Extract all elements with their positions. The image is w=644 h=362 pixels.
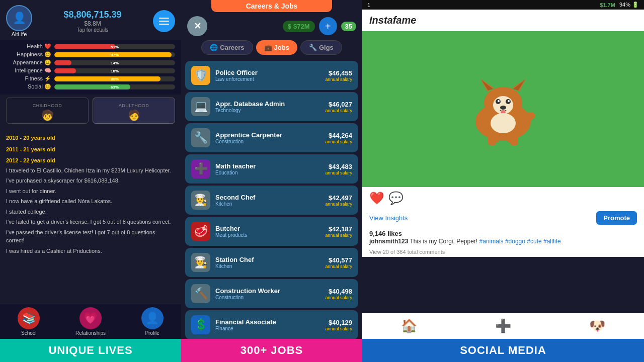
menu-line2: [159, 21, 169, 22]
stat-bar-happiness: 97%: [54, 52, 175, 57]
stat-pct-social: 63%: [111, 84, 119, 89]
butcher-amount: $42,187: [325, 225, 352, 233]
event-license-pass: I've passed the driver's license test! I…: [6, 228, 175, 245]
careers-title: Careers & Jobs: [246, 2, 298, 10]
math-category: Education: [215, 170, 320, 175]
stat-bar-appearance: 14%: [54, 60, 175, 65]
butcher-category: Meat products: [215, 232, 320, 238]
heart-button[interactable]: ❤️: [369, 191, 384, 205]
tab-jobs[interactable]: 💼 Jobs: [256, 40, 297, 55]
profile-avatar-icon[interactable]: 🐶: [589, 318, 605, 334]
view-insights-link[interactable]: View Insights: [369, 214, 408, 222]
stat-label-fitness: Fitness ⚡: [6, 75, 51, 82]
panel3-footer: SOCIAL MEDIA: [362, 339, 644, 362]
stage-childhood[interactable]: CHILDHOOD 🧒: [6, 98, 89, 124]
likes-count: 9,146 likes: [369, 230, 637, 237]
stat-bar-fitness: 88%: [54, 76, 175, 81]
stat-fill-intelligence: [54, 68, 76, 73]
stat-label-social: Social 😊: [6, 83, 51, 90]
police-name: Police Officer: [215, 69, 320, 76]
stat-label-appearance: Appearance 😐: [6, 59, 51, 66]
tab-gigs[interactable]: 🔧 Gigs: [300, 40, 342, 55]
event-cashier: I was hired as a Cashier at Priductions.: [6, 247, 175, 255]
station-chef-amount: $40,577: [325, 256, 352, 264]
svg-marker-6: [513, 80, 525, 90]
menu-button[interactable]: [153, 10, 175, 32]
job-station-chef[interactable]: 👨‍🍳 Station Chef Kitchen $40,577 annual …: [185, 248, 358, 277]
chef-icon: 👨‍🍳: [191, 191, 210, 210]
money-sub: $8.8M: [32, 20, 153, 27]
panel3-footer-text: SOCIAL MEDIA: [460, 344, 546, 356]
careers-top-bar: Careers & Jobs: [211, 0, 332, 12]
post-actions-left: ❤️ 💬: [369, 191, 404, 205]
tab-careers[interactable]: 🌐 Careers: [201, 40, 253, 55]
money-amount: $72M: [293, 23, 310, 30]
job-financial-associate[interactable]: 💲 Financial Associate Finance $40,129 an…: [185, 310, 358, 339]
job-math-teacher[interactable]: ➕ Math teacher Education $43,483 annual …: [185, 154, 358, 184]
nav-school[interactable]: 📚 School: [18, 307, 40, 336]
stat-fitness: Fitness ⚡ 88%: [6, 75, 175, 82]
year-2011: 2011 - 21 years old: [6, 145, 175, 154]
nav-profile[interactable]: 👤 Profile: [141, 307, 164, 336]
top-money: $1.7M: [600, 2, 615, 8]
police-salary-label: annual salary: [325, 77, 352, 82]
tech-icon: 💻: [191, 97, 210, 116]
panel1-footer-text: UNIQUE LIVES: [48, 344, 132, 356]
stat-fill-social: [54, 84, 130, 89]
finance-salary-label: annual salary: [325, 326, 352, 331]
stat-bar-social: 63%: [54, 84, 175, 89]
station-chef-category: Kitchen: [215, 263, 320, 269]
chef-name: Second Chef: [215, 194, 320, 201]
stage-childhood-label: CHILDHOOD: [33, 103, 62, 108]
close-button[interactable]: ✕: [187, 16, 207, 36]
life-stages: CHILDHOOD 🧒 ADULTHOOD 🧑: [0, 95, 181, 127]
post-actions-bar: ❤️ 💬: [362, 187, 644, 209]
header-center: $8,806,715.39 $8.8M Tap for details: [32, 10, 153, 33]
badge-count: 35: [341, 22, 356, 31]
panel1-footer: UNIQUE LIVES: [0, 339, 181, 362]
stage-adulthood[interactable]: ADULTHOOD 🧑: [93, 98, 175, 124]
chef-info: Second Chef Kitchen: [215, 194, 320, 207]
nav-relationships[interactable]: 💗 Relationships: [75, 307, 106, 336]
svg-point-13: [491, 113, 516, 133]
stat-label-health: Health ❤️: [6, 43, 51, 50]
home-nav-icon[interactable]: 🏠: [401, 318, 417, 334]
svg-point-11: [500, 106, 506, 110]
jobs-tab-label: Jobs: [274, 44, 289, 51]
carpenter-icon: 🔧: [191, 128, 210, 147]
comment-button[interactable]: 💬: [388, 191, 404, 205]
station-chef-name: Station Chef: [215, 256, 320, 263]
job-butcher[interactable]: 🥩 Butcher Meat products $42,187 annual s…: [185, 217, 358, 246]
tap-details[interactable]: Tap for details: [32, 27, 153, 33]
jobs-list: 🛡️ Police Officer Law enforcement $46,45…: [181, 59, 362, 339]
svg-rect-17: [507, 133, 514, 142]
view-comments[interactable]: View 20 of 384 total comments: [362, 248, 644, 257]
job-second-chef[interactable]: 👨‍🍳 Second Chef Kitchen $42,497 annual s…: [185, 186, 358, 215]
dbadmin-name: Appr. Database Admin: [215, 100, 320, 108]
event-skyscraper: I've purchased a skyscraper for $616,088…: [6, 176, 175, 185]
carpenter-name: Apprentice Carpenter: [215, 131, 320, 139]
menu-line3: [159, 24, 169, 25]
instafame-bottom-nav: 🏠 ➕ 🐶: [362, 313, 644, 339]
battery: 94% 🔋: [619, 2, 639, 8]
event-dinner: I went out for dinner.: [6, 187, 175, 196]
chef-category: Kitchen: [215, 201, 320, 207]
svg-point-9: [498, 100, 500, 102]
add-button[interactable]: +: [319, 17, 337, 35]
signal-label: 1: [367, 2, 596, 8]
panel-jobs: Careers & Jobs ✕ $ $72M + 35 🌐 Careers 💼…: [181, 0, 362, 362]
police-salary: $46,455 annual salary: [325, 69, 352, 82]
job-construction-worker[interactable]: 🔨 Construction Worker Construction $40,4…: [185, 279, 358, 308]
job-police-officer[interactable]: 🛡️ Police Officer Law enforcement $46,45…: [185, 61, 358, 90]
job-database-admin[interactable]: 💻 Appr. Database Admin Technology $46,02…: [185, 92, 358, 121]
battery-pct: 94%: [619, 2, 630, 8]
caption-message: This is my Corgi, Pepper!: [410, 238, 477, 245]
job-carpenter[interactable]: 🔧 Apprentice Carpenter Construction $44,…: [185, 123, 358, 152]
event-helicopter: I traveled to El Castillo, Chichen Itza …: [6, 166, 175, 175]
promote-button[interactable]: Promote: [596, 211, 637, 225]
panel2-toprow: ✕ $ $72M + 35: [181, 12, 362, 40]
nav-school-label: School: [21, 330, 37, 336]
carpenter-salary-label: annual salary: [325, 139, 352, 144]
add-post-icon[interactable]: ➕: [495, 318, 511, 334]
stat-bar-intelligence: 18%: [54, 68, 175, 73]
